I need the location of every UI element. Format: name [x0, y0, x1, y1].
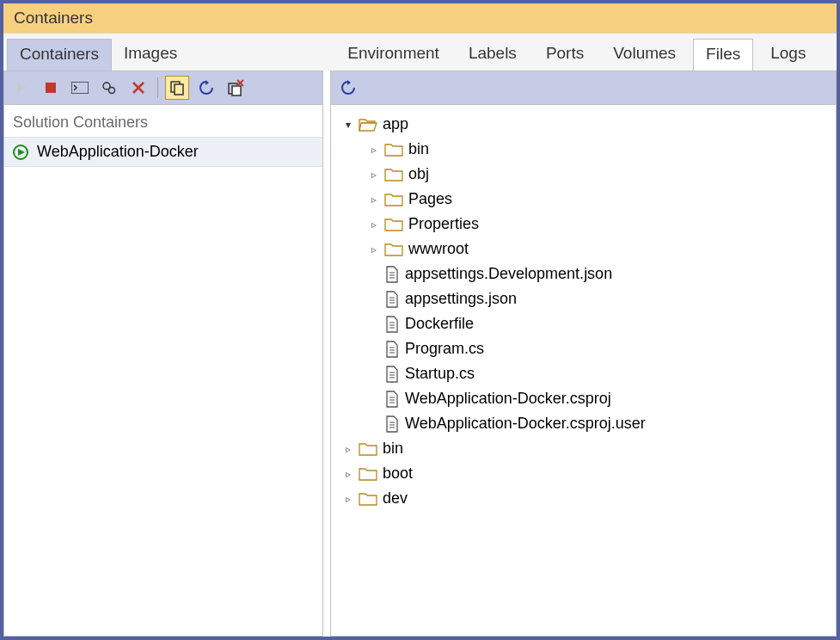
file-icon — [384, 316, 400, 333]
stop-icon[interactable] — [39, 76, 63, 100]
folder-open-icon — [359, 117, 377, 132]
tree-node-label[interactable]: Pages — [408, 190, 452, 208]
svg-rect-2 — [71, 82, 89, 94]
copy-icon[interactable] — [165, 76, 189, 100]
tree-node-label[interactable]: Program.cs — [405, 340, 484, 358]
play-icon[interactable] — [9, 76, 34, 100]
container-name: WebApplication-Docker — [37, 143, 199, 161]
tree-node-label[interactable]: WebApplication-Docker.csproj — [405, 390, 611, 408]
file-tree[interactable]: ▾ app ▹ bin ▹ obj — [331, 105, 836, 518]
tree-node-label[interactable]: bin — [408, 140, 429, 158]
window-title: Containers — [3, 3, 837, 34]
file-icon — [384, 366, 400, 383]
chevron-down-icon[interactable]: ▾ — [343, 119, 353, 131]
running-icon — [13, 145, 28, 160]
svg-marker-16 — [347, 80, 351, 85]
files-toolbar — [330, 71, 837, 105]
toolbar-separator — [157, 77, 158, 98]
refresh-files-icon[interactable] — [336, 76, 360, 100]
svg-rect-8 — [175, 84, 183, 95]
tree-node-label[interactable]: Properties — [408, 215, 479, 233]
tree-node-label[interactable]: Startup.cs — [405, 365, 475, 383]
tab-environment[interactable]: Environment — [335, 39, 451, 71]
solution-containers-header: Solution Containers — [4, 105, 322, 137]
svg-rect-1 — [46, 83, 56, 93]
file-icon — [384, 391, 400, 408]
delete-icon[interactable] — [126, 76, 150, 100]
chevron-right-icon[interactable]: ▹ — [369, 169, 379, 181]
tab-containers[interactable]: Containers — [7, 39, 112, 71]
folder-icon — [384, 167, 403, 182]
tree-node-label[interactable]: boot — [383, 465, 413, 483]
gear-icon[interactable] — [97, 76, 121, 100]
tree-node-label[interactable]: bin — [383, 440, 403, 458]
chevron-right-icon[interactable]: ▹ — [343, 443, 353, 455]
tree-node-label[interactable]: obj — [408, 165, 429, 183]
tab-images[interactable]: Images — [112, 39, 189, 71]
refresh-icon[interactable] — [194, 76, 218, 100]
tree-node-label[interactable]: appsettings.json — [405, 290, 517, 308]
file-icon — [384, 341, 400, 358]
tab-ports[interactable]: Ports — [534, 39, 596, 71]
folder-icon — [384, 217, 403, 232]
tree-node-label[interactable]: appsettings.Development.json — [405, 265, 612, 283]
tab-labels[interactable]: Labels — [457, 39, 529, 71]
file-icon — [384, 415, 400, 433]
tab-bar: Containers Images Environment Labels Por… — [3, 34, 837, 71]
chevron-right-icon[interactable]: ▹ — [369, 144, 379, 156]
tree-node-label[interactable]: app — [383, 115, 408, 133]
folder-icon — [359, 491, 377, 507]
folder-icon — [384, 242, 403, 257]
chevron-right-icon[interactable]: ▹ — [343, 493, 353, 505]
chevron-right-icon[interactable]: ▹ — [369, 194, 379, 206]
chevron-right-icon[interactable]: ▹ — [369, 218, 379, 231]
svg-marker-9 — [205, 80, 209, 85]
tab-files[interactable]: Files — [693, 39, 753, 71]
svg-rect-11 — [232, 86, 241, 95]
chevron-right-icon[interactable]: ▹ — [343, 468, 353, 480]
svg-marker-0 — [17, 83, 26, 93]
chevron-right-icon[interactable]: ▹ — [369, 243, 379, 255]
containers-toolbar — [3, 71, 323, 105]
tree-node-label[interactable]: dev — [383, 489, 408, 508]
terminal-icon[interactable] — [68, 76, 92, 100]
svg-marker-15 — [18, 149, 25, 156]
tab-logs[interactable]: Logs — [758, 39, 818, 71]
folder-icon — [359, 466, 377, 482]
container-item[interactable]: WebApplication-Docker — [4, 137, 322, 167]
remove-container-icon[interactable] — [224, 76, 248, 100]
tree-node-label[interactable]: wwwroot — [408, 240, 469, 258]
folder-icon — [359, 441, 377, 457]
svg-point-4 — [109, 88, 115, 94]
tab-volumes[interactable]: Volumes — [601, 39, 688, 71]
tree-node-label[interactable]: WebApplication-Docker.csproj.user — [405, 415, 646, 433]
file-icon — [384, 291, 400, 308]
folder-icon — [384, 142, 403, 157]
tree-node-label[interactable]: Dockerfile — [405, 315, 474, 333]
file-icon — [384, 266, 400, 283]
folder-icon — [384, 192, 403, 207]
